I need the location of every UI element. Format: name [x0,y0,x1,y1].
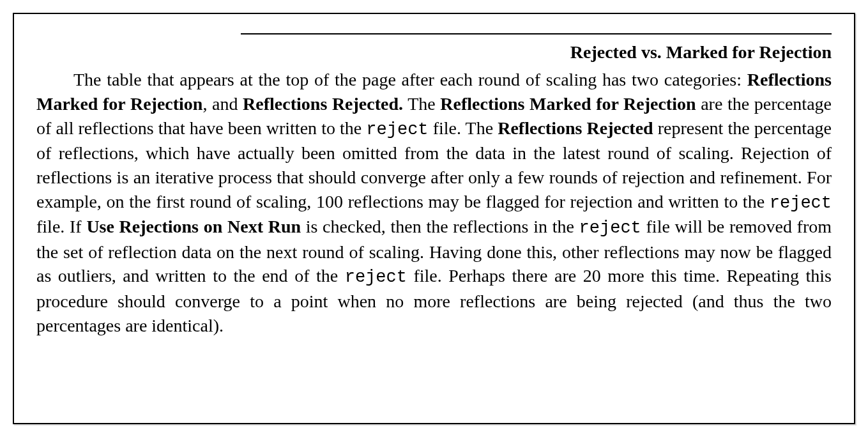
section-rule [241,33,832,34]
text-run: , and [202,94,243,114]
section-heading: Rejected vs. Marked for Rejection [36,42,832,63]
document-frame: Rejected vs. Marked for Rejection The ta… [13,13,855,424]
text-run: The [403,94,440,114]
bold-run: Use Rejections on Next Run [86,217,301,236]
text-run: file. The [429,118,498,138]
code-run: reject [366,120,428,139]
text-run: is checked, then the reflections in the [301,217,579,236]
code-run: reject [770,194,832,213]
body-paragraph: The table that appears at the top of the… [36,68,832,337]
code-run: reject [579,218,641,238]
code-run: reject [345,268,407,287]
bold-run: Reflections Rejected [498,118,653,138]
bold-run: Reflections Rejected. [243,94,403,114]
text-run: file. If [36,217,86,236]
text-run: The table that appears at the top of the… [73,70,747,89]
bold-run: Reflections Marked for Rejection [440,94,696,114]
